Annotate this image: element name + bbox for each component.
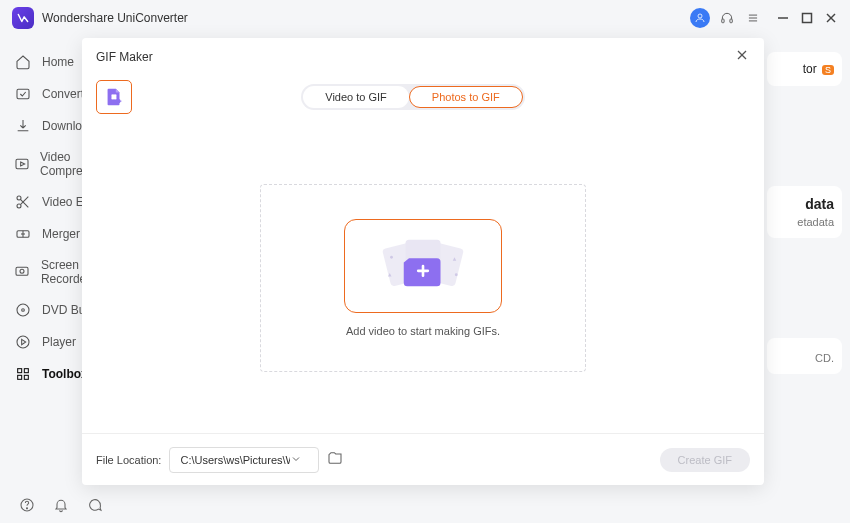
svg-rect-10: [17, 89, 29, 98]
play-icon: [14, 334, 32, 350]
bg-cards: tor S data etadata CD.: [767, 52, 842, 374]
dropzone[interactable]: Add video to start making GIFs.: [260, 184, 586, 372]
converter-icon: [14, 86, 32, 102]
file-location-select[interactable]: [169, 447, 319, 473]
svg-rect-31: [111, 94, 117, 100]
svg-rect-25: [18, 369, 22, 373]
svg-point-21: [17, 304, 29, 316]
file-location-label: File Location:: [96, 454, 161, 466]
svg-rect-11: [16, 159, 28, 168]
bg-card: data etadata: [767, 186, 842, 238]
bg-card-sub: CD.: [767, 352, 834, 364]
maximize-button[interactable]: [800, 11, 814, 25]
disc-icon: [14, 302, 32, 318]
svg-marker-24: [22, 339, 26, 344]
tab-video-to-gif[interactable]: Video to GIF: [303, 86, 409, 108]
bg-card-sub: etadata: [767, 216, 834, 228]
svg-rect-27: [18, 375, 22, 379]
sidebar-item-label: Home: [42, 55, 74, 69]
svg-rect-19: [16, 267, 28, 275]
close-button[interactable]: [824, 11, 838, 25]
sidebar-item-label: Toolbox: [42, 367, 88, 381]
bg-card-text: tor: [803, 62, 817, 76]
svg-point-20: [20, 269, 24, 273]
add-media-button[interactable]: [344, 219, 502, 313]
modal-toolbar: Video to GIF Photos to GIF: [82, 76, 764, 122]
app-title: Wondershare UniConverter: [42, 11, 188, 25]
headphones-icon[interactable]: [714, 5, 740, 31]
chevron-down-icon[interactable]: [290, 451, 302, 469]
svg-point-0: [698, 14, 702, 18]
bell-icon[interactable]: [52, 496, 70, 514]
svg-rect-38: [422, 264, 425, 276]
help-icon[interactable]: [18, 496, 36, 514]
mode-segmented-control: Video to GIF Photos to GIF: [301, 84, 524, 110]
modal-footer: File Location: Create GIF: [82, 433, 764, 485]
account-icon[interactable]: [690, 8, 710, 28]
svg-point-14: [17, 204, 21, 208]
dropzone-text: Add video to start making GIFs.: [346, 325, 500, 337]
svg-point-40: [455, 273, 458, 276]
compress-icon: [14, 156, 30, 172]
svg-rect-28: [24, 375, 28, 379]
open-folder-button[interactable]: [327, 450, 343, 470]
svg-rect-2: [730, 19, 732, 23]
svg-marker-12: [21, 162, 25, 166]
file-location-input[interactable]: [180, 454, 290, 466]
svg-rect-26: [24, 369, 28, 373]
bg-card: tor S: [767, 52, 842, 86]
sidebar-item-label: Player: [42, 335, 76, 349]
svg-point-44: [26, 508, 27, 509]
tab-photos-to-gif[interactable]: Photos to GIF: [409, 86, 523, 108]
menu-icon[interactable]: [740, 5, 766, 31]
modal-close-button[interactable]: [734, 47, 750, 67]
badge-icon: S: [822, 65, 834, 75]
svg-rect-1: [722, 19, 724, 23]
svg-point-22: [22, 309, 25, 312]
download-icon: [14, 118, 32, 134]
merge-icon: [14, 226, 32, 242]
bg-card-text: data: [767, 196, 834, 212]
add-file-thumb[interactable]: [96, 80, 132, 114]
svg-rect-7: [803, 14, 812, 23]
bottombar: [0, 487, 122, 523]
titlebar: Wondershare UniConverter: [0, 0, 850, 36]
feedback-icon[interactable]: [86, 496, 104, 514]
grid-icon: [14, 366, 32, 382]
modal-title: GIF Maker: [96, 50, 153, 64]
sidebar-item-label: Merger: [42, 227, 80, 241]
record-icon: [14, 264, 31, 280]
modal-header: GIF Maker: [82, 38, 764, 76]
create-gif-button[interactable]: Create GIF: [660, 448, 750, 472]
scissors-icon: [14, 194, 32, 210]
home-icon: [14, 54, 32, 70]
gif-maker-modal: GIF Maker Video to GIF Photos to GIF: [82, 38, 764, 485]
app-logo: [12, 7, 34, 29]
modal-body: Add video to start making GIFs.: [82, 122, 764, 433]
svg-point-13: [17, 196, 21, 200]
bg-card: CD.: [767, 338, 842, 374]
svg-point-23: [17, 336, 29, 348]
svg-point-42: [390, 255, 393, 258]
minimize-button[interactable]: [776, 11, 790, 25]
